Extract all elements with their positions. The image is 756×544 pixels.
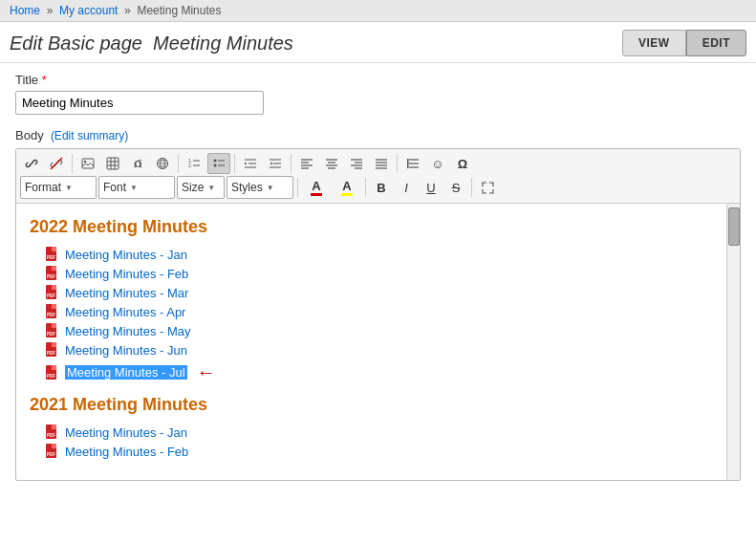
font-dropdown[interactable]: Font bbox=[98, 176, 175, 199]
svg-text:PDF: PDF bbox=[47, 374, 55, 379]
scrollbar-thumb bbox=[728, 207, 740, 246]
fullscreen-button[interactable] bbox=[476, 177, 499, 198]
pdf-icon: PDF bbox=[45, 247, 60, 262]
list-item: PDF Meeting Minutes - Jul← bbox=[45, 361, 713, 383]
breadcrumb-current: Meeting Minutes bbox=[137, 4, 221, 17]
page-wrapper: Home » My account » Meeting Minutes Edit… bbox=[0, 0, 756, 544]
sep7 bbox=[365, 178, 366, 197]
title-input[interactable] bbox=[15, 91, 264, 115]
content-area: Title * Body (Edit summary) bbox=[0, 63, 756, 490]
list-item: PDF Meeting Minutes - Jan bbox=[45, 424, 713, 440]
svg-text:PDF: PDF bbox=[47, 274, 55, 279]
svg-rect-5 bbox=[107, 158, 119, 169]
toolbar-row-2: Format Font Size Styles A bbox=[20, 176, 736, 199]
align-left-button[interactable] bbox=[295, 153, 318, 174]
size-dropdown[interactable]: Size bbox=[177, 176, 225, 199]
toolbar: Ω̈ 1. bbox=[16, 149, 740, 204]
list-item: PDF Meeting Minutes - Jun bbox=[45, 342, 713, 358]
sep8 bbox=[471, 178, 472, 197]
edit-button[interactable]: EDIT bbox=[686, 30, 746, 56]
ordered-list-button[interactable]: 1. 2. bbox=[183, 153, 205, 174]
list-item: PDF Meeting Minutes - Feb bbox=[45, 444, 713, 459]
minutes-link[interactable]: Meeting Minutes - Jan bbox=[65, 425, 187, 440]
minutes-link[interactable]: Meeting Minutes - Feb bbox=[65, 267, 188, 281]
sep1 bbox=[72, 154, 73, 173]
blockquote-button[interactable] bbox=[401, 153, 424, 174]
sep4 bbox=[291, 154, 292, 173]
page-header: Edit Basic page Meeting Minutes VIEW EDI… bbox=[0, 22, 756, 63]
svg-text:PDF: PDF bbox=[47, 294, 55, 298]
required-indicator: * bbox=[42, 73, 47, 87]
svg-rect-71 bbox=[52, 424, 56, 429]
svg-point-19 bbox=[214, 160, 217, 163]
table-button[interactable] bbox=[101, 153, 124, 174]
special-char-omega-button[interactable]: Ω bbox=[451, 153, 474, 174]
toolbar-row-1: Ω̈ 1. bbox=[20, 153, 736, 174]
editor-content[interactable]: 2022 Meeting Minutes PDF Meeting Minutes… bbox=[16, 204, 726, 480]
globe-button[interactable] bbox=[151, 153, 174, 174]
editor-main: 2022 Meeting Minutes PDF Meeting Minutes… bbox=[16, 204, 726, 480]
minutes-link[interactable]: Meeting Minutes - Apr bbox=[65, 305, 185, 319]
list-item: PDF Meeting Minutes - Jan bbox=[45, 247, 713, 262]
svg-text:PDF: PDF bbox=[47, 332, 55, 337]
pdf-icon: PDF bbox=[45, 304, 60, 319]
svg-text:PDF: PDF bbox=[47, 313, 55, 317]
link-button[interactable] bbox=[20, 153, 43, 174]
minutes-link[interactable]: Meeting Minutes - Jul bbox=[65, 365, 187, 380]
align-right-button[interactable] bbox=[345, 153, 368, 174]
minutes-link[interactable]: Meeting Minutes - Jun bbox=[65, 343, 187, 358]
edit-summary-link[interactable]: (Edit summary) bbox=[51, 129, 128, 142]
selection-arrow: ← bbox=[197, 361, 216, 383]
minutes-link[interactable]: Meeting Minutes - Jan bbox=[65, 248, 187, 262]
sep2 bbox=[178, 154, 179, 173]
italic-button[interactable]: I bbox=[395, 177, 418, 198]
styles-dropdown[interactable]: Styles bbox=[227, 176, 293, 199]
section-2021-heading: 2021 Meeting Minutes bbox=[30, 395, 713, 415]
outdent-button[interactable] bbox=[264, 153, 287, 174]
minutes-link[interactable]: Meeting Minutes - Feb bbox=[65, 445, 188, 459]
svg-point-4 bbox=[84, 161, 86, 163]
svg-rect-65 bbox=[52, 342, 56, 347]
header-buttons: VIEW EDIT bbox=[622, 30, 746, 56]
body-label: Body (Edit summary) bbox=[15, 128, 741, 142]
svg-text:2.: 2. bbox=[188, 163, 192, 168]
unordered-list-button[interactable] bbox=[207, 153, 230, 174]
svg-rect-62 bbox=[52, 323, 56, 328]
breadcrumb-home[interactable]: Home bbox=[10, 4, 40, 17]
image-button[interactable] bbox=[76, 153, 99, 174]
scrollbar[interactable] bbox=[726, 204, 740, 480]
breadcrumb-myaccount[interactable]: My account bbox=[59, 4, 118, 17]
svg-text:PDF: PDF bbox=[47, 351, 55, 356]
svg-rect-68 bbox=[52, 365, 56, 370]
underline-button[interactable]: U bbox=[420, 177, 443, 198]
format-dropdown[interactable]: Format bbox=[20, 176, 97, 199]
minutes-list-2021: PDF Meeting Minutes - Jan PDF Meeting Mi… bbox=[45, 424, 713, 459]
unlink-button[interactable] bbox=[45, 153, 68, 174]
svg-rect-48 bbox=[407, 159, 409, 168]
svg-point-20 bbox=[214, 164, 217, 167]
bg-color-button[interactable]: A bbox=[333, 177, 361, 198]
sep6 bbox=[297, 178, 298, 197]
emoji-button[interactable]: ☺ bbox=[426, 153, 449, 174]
view-button[interactable]: VIEW bbox=[622, 30, 686, 56]
indent-button[interactable] bbox=[239, 153, 262, 174]
svg-text:PDF: PDF bbox=[47, 255, 55, 260]
minutes-link[interactable]: Meeting Minutes - Mar bbox=[65, 286, 188, 300]
svg-rect-59 bbox=[52, 304, 56, 309]
pdf-icon: PDF bbox=[45, 444, 60, 459]
bold-button[interactable]: B bbox=[370, 177, 393, 198]
section-2022-heading: 2022 Meeting Minutes bbox=[30, 217, 713, 237]
special-chars-button[interactable]: Ω̈ bbox=[126, 153, 149, 174]
svg-line-0 bbox=[30, 162, 33, 165]
minutes-link[interactable]: Meeting Minutes - May bbox=[65, 324, 191, 338]
align-justify-button[interactable] bbox=[370, 153, 393, 174]
pdf-icon: PDF bbox=[45, 365, 60, 381]
strikethrough-button[interactable]: S bbox=[444, 177, 467, 198]
font-color-button[interactable]: A bbox=[302, 177, 331, 198]
editor-wrapper: Ω̈ 1. bbox=[15, 148, 741, 481]
list-item: PDF Meeting Minutes - May bbox=[45, 323, 713, 338]
sep5 bbox=[397, 154, 398, 173]
title-label: Title * bbox=[15, 73, 741, 87]
align-center-button[interactable] bbox=[320, 153, 343, 174]
page-title: Edit Basic page Meeting Minutes bbox=[10, 33, 293, 54]
